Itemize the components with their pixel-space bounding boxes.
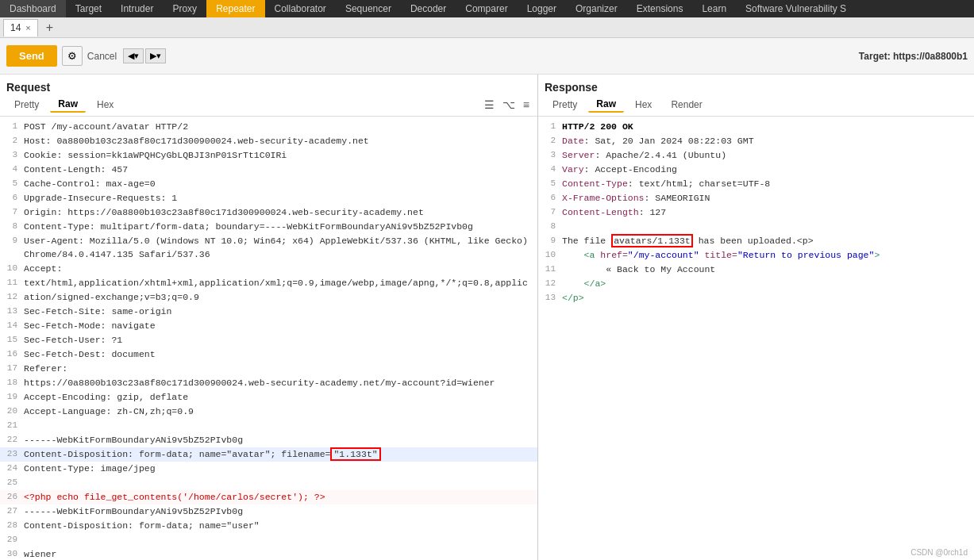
tab-label: 14 [10,22,21,33]
request-line: 22------WebKitFormBoundaryANi9v5bZ52PIvb… [0,433,537,447]
response-code-area[interactable]: 1HTTP/2 200 OK2Date: Sat, 20 Jan 2024 08… [538,117,974,560]
request-line: 20Accept-Language: zh-CN,zh;q=0.9 [0,405,537,419]
line-number: 7 [3,205,17,220]
nav-software-vulnerability[interactable]: Software Vulnerability S [736,0,856,17]
request-line: 7Origin: https://0a8800b103c23a8f80c171d… [0,205,537,220]
tab-close[interactable]: × [25,23,30,33]
nav-sequencer[interactable]: Sequencer [336,0,401,17]
request-line: 8Content-Type: multipart/form-data; boun… [0,220,537,234]
line-content: Referer: [24,362,534,376]
line-content: Origin: https://0a8800b103c23a8f80c171d3… [24,205,534,220]
response-title: Response [538,75,974,97]
cancel-button[interactable]: Cancel [87,51,117,62]
line-number: 4 [3,163,17,177]
response-line: 6X-Frame-Options: SAMEORIGIN [538,191,974,205]
response-line-content: Content-Type: text/html; charset=UTF-8 [562,177,971,191]
nav-logger[interactable]: Logger [518,0,566,17]
request-tab-raw[interactable]: Raw [50,97,86,113]
line-number: 6 [541,191,556,205]
tab-add-button[interactable]: + [40,20,60,36]
request-line: 16Sec-Fetch-Dest: document [0,347,537,362]
line-number: 11 [3,276,17,290]
response-line: 12 </a> [538,277,974,291]
response-line-content: Vary: Accept-Encoding [562,163,971,177]
request-line: 3Cookie: session=kk1aWPQHCyGbLQBJI3nP01S… [0,148,537,163]
request-code-area[interactable]: 1POST /my-account/avatar HTTP/22Host: 0a… [0,117,537,560]
nav-target[interactable]: Target [66,0,111,17]
response-tab-raw[interactable]: Raw [588,97,624,113]
target-info: Target: https://0a8800b1 [859,51,968,62]
line-number: 13 [3,305,17,319]
request-line: 27------WebKitFormBoundaryANi9v5bZ52PIvb… [0,504,537,519]
line-number: 17 [3,362,17,376]
line-content: User-Agent: Mozilla/5.0 (Windows NT 10.0… [24,234,534,262]
line-number: 9 [3,234,17,262]
line-content: ation/signed-exchange;v=b3;q=0.9 [24,290,534,305]
response-tab-pretty[interactable]: Pretty [545,98,585,112]
request-line: 4Content-Length: 457 [0,163,537,177]
prev-arrow[interactable]: ◀▾ [123,48,144,63]
menu-icon[interactable]: ≡ [522,97,531,113]
line-content: Sec-Fetch-Site: same-origin [24,305,534,319]
line-number: 22 [3,433,17,447]
next-arrow[interactable]: ▶▾ [145,48,166,63]
line-number: 8 [3,220,17,234]
line-number: 2 [3,134,17,148]
request-line: 2Host: 0a8800b103c23a8f80c171d300900024.… [0,134,537,148]
nav-comparer[interactable]: Comparer [456,0,517,17]
settings-button[interactable]: ⚙ [62,46,83,66]
request-tab-pretty[interactable]: Pretty [6,98,47,112]
line-number: 15 [3,333,17,347]
send-button[interactable]: Send [6,45,57,67]
line-content: wiener [24,547,534,561]
line-number: 10 [3,262,17,276]
line-content [24,476,534,490]
nav-repeater[interactable]: Repeater [206,0,264,17]
line-content: Content-Disposition: form-data; name="av… [24,447,534,462]
line-content: Sec-Fetch-Dest: document [24,347,534,362]
main-content: Request Pretty Raw Hex ☰ ⌥ ≡ 1POST /my-a… [0,75,974,560]
request-line: 15Sec-Fetch-User: ?1 [0,333,537,347]
line-number: 5 [541,177,556,191]
line-number: 7 [541,205,556,220]
line-number: 1 [541,120,556,134]
line-number: 30 [3,547,17,561]
line-content: Content-Disposition: form-data; name="us… [24,519,534,533]
line-number: 12 [541,277,556,291]
line-number: 23 [3,447,17,462]
request-tab-icons: ☰ ⌥ ≡ [483,97,531,113]
line-content: Accept: [24,262,534,276]
request-line: 5Cache-Control: max-age=0 [0,177,537,191]
line-content: Content-Length: 457 [24,163,534,177]
nav-extensions[interactable]: Extensions [627,0,693,17]
tab-14[interactable]: 14 × [3,19,38,36]
line-content: POST /my-account/avatar HTTP/2 [24,120,534,134]
response-line: 2Date: Sat, 20 Jan 2024 08:22:03 GMT [538,134,974,148]
top-navigation: Dashboard Target Intruder Proxy Repeater… [0,0,974,17]
response-tab-hex[interactable]: Hex [627,98,660,112]
request-line: 19Accept-Encoding: gzip, deflate [0,390,537,405]
response-tab-render[interactable]: Render [663,98,710,112]
request-line: 30wiener [0,547,537,561]
line-number: 8 [541,220,556,234]
nav-decoder[interactable]: Decoder [401,0,456,17]
request-tab-hex[interactable]: Hex [89,98,121,112]
response-line: 3Server: Apache/2.4.41 (Ubuntu) [538,148,974,163]
nav-organizer[interactable]: Organizer [566,0,627,17]
request-line: 26<?php echo file_get_contents('/home/ca… [0,490,537,504]
response-line: 4Vary: Accept-Encoding [538,163,974,177]
nav-dashboard[interactable]: Dashboard [0,0,66,17]
line-number: 3 [3,148,17,163]
request-tabs: Pretty Raw Hex ☰ ⌥ ≡ [0,97,537,117]
line-number: 27 [3,504,17,519]
request-line: 17Referer: [0,362,537,376]
indent-icon[interactable]: ⌥ [501,97,517,113]
wrap-icon[interactable]: ☰ [483,97,496,113]
line-content: Host: 0a8800b103c23a8f80c171d300900024.w… [24,134,534,148]
nav-learn[interactable]: Learn [692,0,736,17]
nav-collaborator[interactable]: Collaborator [265,0,336,17]
line-content: ------WebKitFormBoundaryANi9v5bZ52PIvb0g [24,504,534,519]
nav-intruder[interactable]: Intruder [111,0,163,17]
line-number: 29 [3,533,17,547]
nav-proxy[interactable]: Proxy [163,0,206,17]
